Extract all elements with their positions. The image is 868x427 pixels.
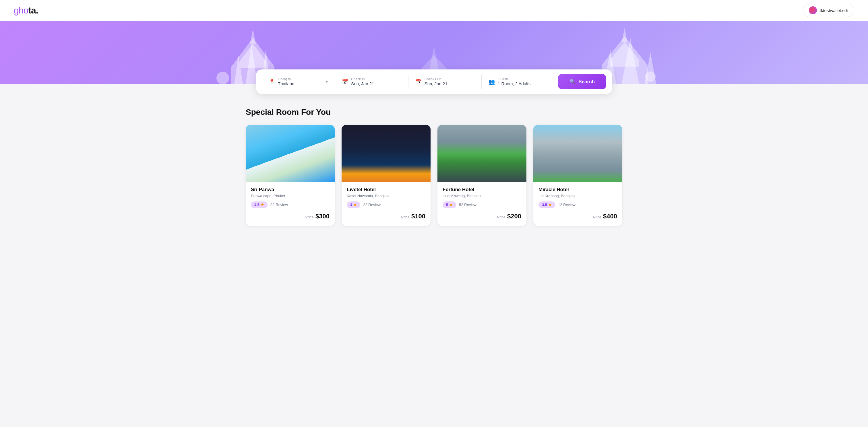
price-label: Price — [401, 215, 410, 219]
calendar-out-icon: 📅 — [415, 78, 422, 85]
section-title: Special Room For You — [246, 108, 622, 117]
review-count: 52 Review — [459, 203, 476, 207]
calendar-in-icon: 📅 — [342, 78, 348, 85]
rating-badge: 5 ★ — [443, 201, 456, 208]
check-in-field[interactable]: 📅 Check In Sun, Jan 21 — [335, 75, 408, 89]
hotel-card[interactable]: Sri Panwa Panwa cape, Phuket 4.5 ★ 82 Re… — [246, 125, 335, 226]
star-icon: ★ — [260, 203, 264, 207]
svg-rect-15 — [610, 59, 639, 67]
main-content: Special Room For You Sri Panwa Panwa cap… — [227, 94, 641, 240]
hotel-price-row: Price $300 — [251, 212, 330, 220]
wallet-avatar — [809, 6, 817, 14]
guests-field[interactable]: 👥 Guests 1 Room, 2 Adults — [482, 75, 555, 89]
guests-icon: 👥 — [489, 78, 495, 85]
review-count: 22 Review — [363, 203, 381, 207]
hotel-image — [342, 125, 431, 182]
check-out-field[interactable]: 📅 Check Out Sun, Jan 21 — [408, 75, 482, 89]
hotel-name: Fortune Hotel — [443, 187, 521, 193]
chevron-down-icon: ▾ — [326, 79, 328, 84]
search-bar: 📍 Going to Thailand ▾ 📅 Check In Sun, Ja… — [256, 69, 612, 94]
hotel-card[interactable]: Livetel Hotel Kaset Nawamin, Bangkok 4 ★… — [342, 125, 431, 226]
rating-badge: 3.5 ★ — [538, 201, 555, 208]
price-label: Price — [305, 215, 314, 219]
price-value: $300 — [315, 212, 330, 220]
logo-dot: . — [36, 5, 38, 15]
check-out-label: Check Out — [425, 77, 474, 81]
location-icon: 📍 — [269, 78, 275, 85]
rating-badge: 4.5 ★ — [251, 201, 268, 208]
price-value: $400 — [603, 212, 617, 220]
check-in-value: Sun, Jan 21 — [351, 81, 374, 86]
price-value: $100 — [411, 212, 425, 220]
hotel-rating-row: 4.5 ★ 82 Review — [251, 201, 330, 208]
search-container: 📍 Going to Thailand ▾ 📅 Check In Sun, Ja… — [0, 69, 868, 94]
logo-gho: gho — [14, 5, 28, 15]
hotel-price-row: Price $400 — [538, 212, 617, 220]
guests-value: 1 Room, 2 Adults — [498, 81, 530, 86]
hotel-name: Sri Panwa — [251, 187, 330, 193]
svg-marker-17 — [622, 28, 627, 42]
search-icon: 🔍 — [569, 78, 576, 85]
star-icon: ★ — [548, 203, 552, 207]
guests-label: Guests — [498, 77, 548, 81]
logo: ghota. — [14, 5, 38, 16]
price-value: $200 — [507, 212, 521, 220]
review-count: 12 Review — [558, 203, 576, 207]
hotel-name: Miracle Hotel — [538, 187, 617, 193]
wallet-label: tktestwallet.eth — [820, 8, 848, 13]
price-label: Price — [497, 215, 505, 219]
check-in-label: Check In — [351, 77, 401, 81]
going-to-content: Going to Thailand — [278, 77, 322, 86]
hotel-card[interactable]: Fortune Hotel Huai Khwang, Bangkok 5 ★ 5… — [437, 125, 526, 226]
svg-rect-5 — [240, 61, 266, 68]
hotel-info: Miracle Hotel Lat Krabang, Bangkok 3.5 ★… — [533, 182, 622, 226]
hotel-rating-row: 5 ★ 52 Review — [443, 201, 521, 208]
svg-marker-7 — [250, 29, 256, 44]
check-in-content: Check In Sun, Jan 21 — [351, 77, 401, 86]
hotel-info: Sri Panwa Panwa cape, Phuket 4.5 ★ 82 Re… — [246, 182, 335, 226]
check-out-content: Check Out Sun, Jan 21 — [425, 77, 474, 86]
hotel-rating-row: 3.5 ★ 12 Review — [538, 201, 617, 208]
hotel-image — [533, 125, 622, 182]
header: ghota. tktestwallet.eth — [0, 0, 868, 21]
going-to-value: Thailand — [278, 81, 294, 86]
hotels-grid: Sri Panwa Panwa cape, Phuket 4.5 ★ 82 Re… — [246, 125, 622, 226]
hotel-location: Huai Khwang, Bangkok — [443, 194, 521, 198]
rating-badge: 4 ★ — [347, 201, 360, 208]
review-count: 82 Review — [270, 203, 288, 207]
hotel-price-row: Price $200 — [443, 212, 521, 220]
hotel-info: Livetel Hotel Kaset Nawamin, Bangkok 4 ★… — [342, 182, 431, 226]
star-icon: ★ — [353, 203, 357, 207]
logo-ta: ta — [28, 5, 36, 15]
hotel-image — [246, 125, 335, 182]
wallet-button[interactable]: tktestwallet.eth — [803, 4, 854, 17]
hotel-location: Lat Krabang, Bangkok — [538, 194, 617, 198]
search-button[interactable]: 🔍 Search — [558, 74, 606, 89]
hotel-image — [437, 125, 526, 182]
going-to-label: Going to — [278, 77, 322, 81]
hotel-rating-row: 4 ★ 22 Review — [347, 201, 425, 208]
hotel-info: Fortune Hotel Huai Khwang, Bangkok 5 ★ 5… — [437, 182, 526, 226]
guests-content: Guests 1 Room, 2 Adults — [498, 77, 548, 86]
hotel-price-row: Price $100 — [347, 212, 425, 220]
star-icon: ★ — [449, 203, 453, 207]
search-button-label: Search — [578, 79, 595, 85]
hotel-location: Panwa cape, Phuket — [251, 194, 330, 198]
hotel-name: Livetel Hotel — [347, 187, 425, 193]
price-label: Price — [593, 215, 601, 219]
going-to-field[interactable]: 📍 Going to Thailand ▾ — [262, 75, 335, 89]
hotel-location: Kaset Nawamin, Bangkok — [347, 194, 425, 198]
check-out-value: Sun, Jan 21 — [425, 81, 447, 86]
hotel-card[interactable]: Miracle Hotel Lat Krabang, Bangkok 3.5 ★… — [533, 125, 622, 226]
